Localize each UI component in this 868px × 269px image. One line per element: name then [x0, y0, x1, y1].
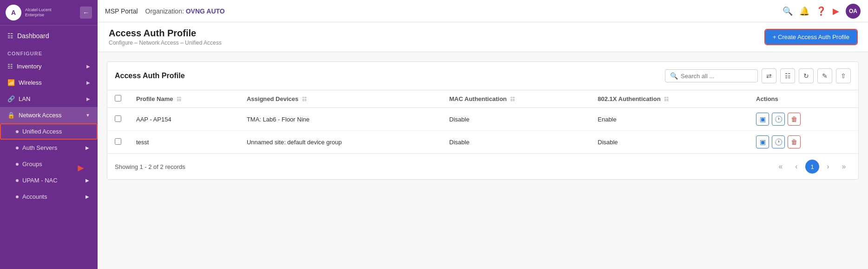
auth-servers-dot [16, 147, 19, 149]
lan-label: LAN [19, 95, 30, 102]
row1-delete-button[interactable]: 🗑 [788, 113, 801, 126]
select-all-checkbox[interactable] [115, 95, 121, 101]
search-icon: 🔍 [670, 72, 678, 80]
create-access-auth-profile-button[interactable]: + Create Access Auth Profile [765, 30, 857, 44]
lan-icon: 🔗 [7, 95, 15, 102]
edit-button[interactable]: ✎ [817, 68, 832, 83]
inventory-icon: ☷ [7, 63, 13, 70]
col-mac-auth-label: MAC Authentication [449, 95, 507, 102]
row1-checkbox-cell [107, 108, 129, 131]
org-label: Organization: OVNG AUTO [145, 7, 225, 15]
upload-button[interactable]: ⇧ [836, 68, 851, 83]
sidebar: A Alcatel·Lucent Enterprise ← ☷ Dashboar… [0, 0, 98, 269]
wireless-icon: 📶 [7, 79, 15, 86]
search-topbar-icon[interactable]: 🔍 [783, 6, 793, 16]
logo-icon: A [6, 5, 21, 20]
row2-expand-button[interactable]: ▣ [756, 135, 769, 148]
row1-checkbox[interactable] [115, 115, 121, 122]
row2-checkbox[interactable] [115, 138, 121, 145]
network-access-icon: 🔒 [7, 112, 15, 119]
row1-actions: ▣ 🕐 🗑 [749, 108, 858, 131]
row2-checkbox-cell [107, 131, 129, 154]
expand-columns-button[interactable]: ⇄ [762, 68, 776, 83]
assigned-devices-filter-icon[interactable]: ☷ [302, 96, 307, 102]
user-avatar[interactable]: OA [846, 4, 861, 19]
search-input[interactable] [681, 73, 753, 80]
col-assigned-devices-label: Assigned Devices [247, 95, 298, 102]
row2-profile-name: tesst [129, 131, 239, 154]
first-page-button[interactable]: « [774, 160, 788, 174]
auth-servers-label: Auth Servers [22, 144, 57, 151]
row2-assigned-devices: Unnamed site: default device group [239, 131, 442, 154]
help-icon[interactable]: ❓ [816, 6, 826, 16]
upam-nac-label: UPAM - NAC [22, 177, 58, 184]
prev-page-button[interactable]: ‹ [789, 160, 803, 174]
auth-servers-chevron: ▶ [85, 145, 89, 150]
sidebar-item-inventory[interactable]: ☷ Inventory ▶ [0, 58, 98, 74]
col-dot1x-auth-label: 802.1X Authentication [598, 95, 660, 102]
card-footer: Showing 1 - 2 of 2 records « ‹ 1 › » [107, 154, 858, 179]
groups-dot [16, 163, 19, 166]
col-mac-auth: MAC Authentication ☷ [442, 90, 590, 108]
card-title: Access Auth Profile [115, 72, 185, 80]
col-dot1x-auth: 802.1X Authentication ☷ [590, 90, 749, 108]
wireless-chevron: ▶ [86, 80, 90, 85]
network-access-label: Network Access [19, 112, 61, 119]
row1-mac-auth: Disable [442, 108, 590, 131]
page-header-left: Access Auth Profile Configure – Network … [109, 28, 222, 46]
youtube-icon[interactable]: ▶ [833, 6, 839, 16]
sidebar-sub-item-upam-nac[interactable]: UPAM - NAC ▶ [0, 172, 98, 188]
table-header-row: Profile Name ☷ Assigned Devices ☷ MAC Au… [107, 90, 858, 108]
last-page-button[interactable]: » [837, 160, 851, 174]
row1-dot1x-auth: Enable [590, 108, 749, 131]
sidebar-logo: A Alcatel·Lucent Enterprise ← [0, 0, 98, 26]
inventory-label: Inventory [17, 63, 41, 70]
page-header: Access Auth Profile Configure – Network … [98, 22, 868, 52]
sidebar-sub-item-unified-access[interactable]: Unified Access [0, 123, 98, 140]
sidebar-sub-item-accounts[interactable]: Accounts ▶ [0, 188, 98, 205]
back-button[interactable]: ← [80, 7, 92, 19]
filter-button[interactable]: ☷ [780, 68, 795, 83]
card-actions: 🔍 ⇄ ☷ ↻ ✎ ⇧ [665, 68, 851, 83]
row1-expand-button[interactable]: ▣ [756, 113, 769, 126]
pagination: « ‹ 1 › » [774, 160, 851, 174]
topbar-right: 🔍 🔔 ❓ ▶ OA [783, 4, 861, 19]
network-access-chevron: ▼ [85, 113, 90, 118]
dashboard-label: Dashboard [17, 32, 49, 40]
upam-nac-dot [16, 179, 19, 182]
row1-assigned-devices: TMA: Lab6 - Floor Nine [239, 108, 442, 131]
row2-delete-button[interactable]: 🗑 [788, 135, 801, 148]
page-title: Access Auth Profile [109, 28, 222, 39]
mac-auth-filter-icon[interactable]: ☷ [510, 96, 515, 102]
profile-name-filter-icon[interactable]: ☷ [177, 96, 181, 102]
records-info: Showing 1 - 2 of 2 records [115, 163, 185, 170]
row1-edit-button[interactable]: 🕐 [772, 113, 785, 126]
brand-name: Alcatel·Lucent Enterprise [25, 7, 52, 18]
accounts-label: Accounts [22, 193, 47, 200]
page-1-button[interactable]: 1 [805, 160, 819, 174]
accounts-chevron: ▶ [85, 194, 89, 199]
dashboard-icon: ☷ [7, 32, 13, 40]
search-box[interactable]: 🔍 [665, 69, 758, 82]
access-auth-profile-card: Access Auth Profile 🔍 ⇄ ☷ ↻ ✎ ⇧ [107, 61, 859, 180]
portal-label: MSP Portal [105, 7, 138, 15]
sidebar-sub-item-auth-servers[interactable]: Auth Servers ▶ [0, 140, 98, 156]
accounts-dot [16, 195, 19, 198]
dot1x-auth-filter-icon[interactable]: ☷ [664, 96, 669, 102]
row2-actions: ▣ 🕐 🗑 [749, 131, 858, 154]
next-page-button[interactable]: › [821, 160, 835, 174]
notifications-icon[interactable]: 🔔 [799, 6, 809, 16]
row2-dot1x-auth: Disable [590, 131, 749, 154]
sidebar-item-dashboard[interactable]: ☷ Dashboard [0, 26, 98, 46]
col-assigned-devices: Assigned Devices ☷ [239, 90, 442, 108]
sidebar-item-network-access[interactable]: 🔒 Network Access ▼ [0, 107, 98, 123]
sidebar-item-wireless[interactable]: 📶 Wireless ▶ [0, 74, 98, 91]
row1-profile-name: AAP - AP154 [129, 108, 239, 131]
main-content: MSP Portal Organization: OVNG AUTO 🔍 🔔 ❓… [98, 0, 868, 269]
row2-edit-button[interactable]: 🕐 [772, 135, 785, 148]
breadcrumb: Configure – Network Access – Unified Acc… [109, 40, 222, 46]
org-name: OVNG AUTO [186, 7, 225, 15]
unified-access-label: Unified Access [22, 128, 62, 135]
sidebar-item-lan[interactable]: 🔗 LAN ▶ [0, 91, 98, 107]
refresh-button[interactable]: ↻ [799, 68, 814, 83]
